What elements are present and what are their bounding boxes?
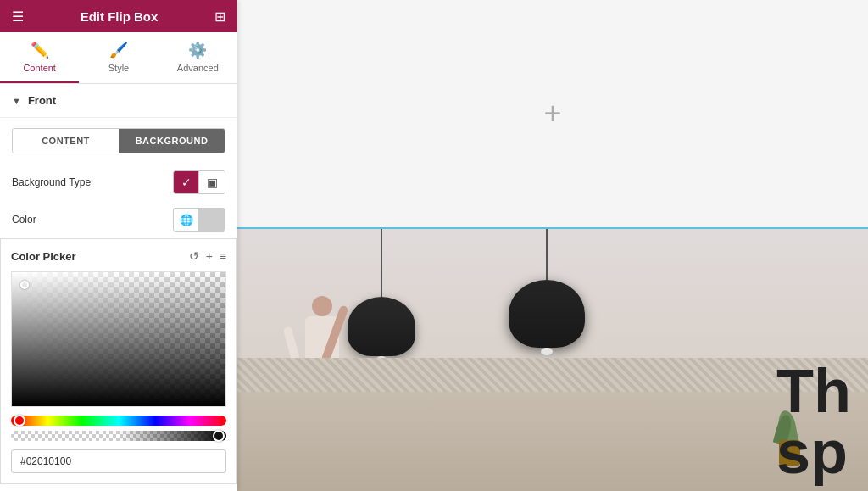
lamp-2-cord	[546, 229, 548, 280]
lamp-2	[509, 229, 585, 355]
content-background-toggle: CONTENT BACKGROUND	[12, 128, 225, 153]
canvas-cursor	[20, 281, 29, 289]
toggle-background-btn[interactable]: BACKGROUND	[119, 129, 225, 153]
sidebar-header: ☰ Edit Flip Box ⊞	[0, 0, 237, 32]
tab-bar: ✏️ Content 🖌️ Style ⚙️ Advanced	[0, 32, 237, 84]
color-picker-actions: ↺ + ≡	[189, 249, 226, 263]
hue-slider[interactable]	[11, 416, 226, 426]
advanced-tab-icon: ⚙️	[188, 41, 207, 59]
style-tab-label: Style	[108, 63, 129, 73]
color-picker-reset-btn[interactable]: ↺	[189, 249, 199, 263]
color-row: Color 🌐	[0, 201, 237, 238]
main-top: + ❮	[237, 0, 868, 229]
alpha-thumb	[213, 430, 225, 442]
toggle-content-btn[interactable]: CONTENT	[13, 129, 119, 153]
front-section-title: Front	[28, 94, 56, 107]
type-btn-color[interactable]: ✓	[174, 171, 199, 193]
front-section-header: ▼ Front	[0, 84, 237, 118]
color-controls: 🌐	[173, 208, 225, 232]
text-overlay-line1: Th	[776, 360, 851, 421]
hex-input[interactable]	[11, 449, 226, 473]
type-btn-image[interactable]: ▣	[199, 171, 225, 193]
background-type-buttons: ✓ ▣	[173, 170, 225, 194]
menu-icon[interactable]: ☰	[12, 8, 24, 25]
add-section-icon[interactable]: +	[543, 96, 561, 131]
main-bottom: Th sp	[237, 229, 868, 491]
lamp-2-bottom	[541, 348, 553, 355]
color-picker-add-btn[interactable]: +	[206, 249, 213, 263]
tab-style[interactable]: 🖌️ Style	[79, 32, 158, 83]
room-background: Th sp	[237, 229, 868, 491]
sidebar-body: ▼ Front CONTENT BACKGROUND Background Ty…	[0, 84, 237, 491]
canvas-black-overlay	[12, 272, 225, 406]
lamp-2-shade	[509, 280, 585, 348]
alpha-slider[interactable]	[11, 431, 226, 441]
main-area: + ❮	[237, 0, 868, 491]
hex-input-wrap	[11, 449, 226, 473]
hue-thumb	[14, 415, 25, 427]
alpha-slider-inner	[11, 431, 226, 441]
color-globe-btn[interactable]: 🌐	[174, 209, 199, 231]
tab-content[interactable]: ✏️ Content	[0, 32, 79, 83]
color-picker-panel: Color Picker ↺ + ≡	[0, 238, 237, 484]
color-picker-title: Color Picker	[11, 250, 76, 263]
front-section-arrow: ▼	[12, 96, 21, 106]
background-type-label: Background Type	[12, 176, 91, 188]
text-overlay: Th sp	[760, 352, 868, 491]
background-type-row: Background Type ✓ ▣	[0, 164, 237, 201]
lamp-1-cord	[381, 229, 382, 297]
text-overlay-line2: sp	[776, 421, 851, 483]
grid-icon[interactable]: ⊞	[214, 8, 225, 25]
sidebar: ☰ Edit Flip Box ⊞ ✏️ Content 🖌️ Style ⚙️…	[0, 0, 237, 491]
content-tab-icon: ✏️	[31, 41, 49, 59]
tab-advanced[interactable]: ⚙️ Advanced	[159, 32, 237, 83]
header-title: Edit Flip Box	[81, 9, 159, 24]
color-label: Color	[12, 214, 36, 226]
style-tab-icon: 🖌️	[109, 41, 128, 59]
color-swatch[interactable]	[199, 209, 225, 231]
color-canvas[interactable]	[11, 271, 226, 407]
advanced-tab-label: Advanced	[177, 63, 219, 73]
content-tab-label: Content	[23, 63, 56, 73]
color-picker-menu-btn[interactable]: ≡	[220, 249, 226, 263]
color-picker-header: Color Picker ↺ + ≡	[11, 249, 226, 263]
